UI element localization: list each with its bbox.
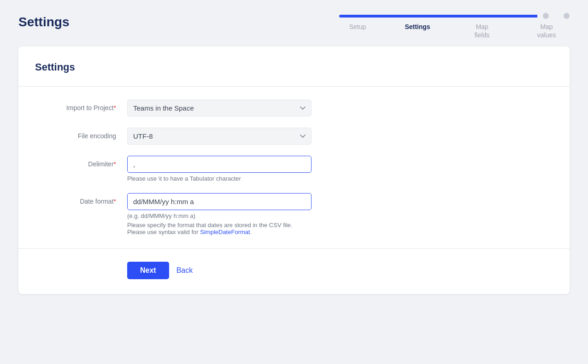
form-row-file-encoding: File encoding UTF-8 UTF-16 ISO-8859-1 Wi… <box>35 128 553 145</box>
date-format-hint-example: (e.g. dd/MMM/yy h:mm a) <box>127 212 312 219</box>
date-format-input[interactable] <box>127 193 312 210</box>
date-format-hint-main: Please specify the format that dates are… <box>127 222 312 235</box>
import-project-select[interactable]: Teams in the Space <box>127 100 312 117</box>
import-project-label: Import to Project* <box>35 100 127 112</box>
step-dot-mapvalues <box>564 13 570 19</box>
wizard-steps: Setup Settings Mapfields Mapvalues <box>339 13 570 39</box>
date-format-label: Date format* <box>35 193 127 205</box>
delimiter-hint: Please use \t to have a Tabulator charac… <box>127 175 312 182</box>
step-label-settings[interactable]: Settings <box>394 23 441 39</box>
step-label-mapvalues[interactable]: Mapvalues <box>523 23 570 39</box>
step-bar-settings <box>438 15 537 18</box>
step-labels-row: Setup Settings Mapfields Mapvalues <box>339 23 570 39</box>
date-format-wrapper: (e.g. dd/MMM/yy h:mm a) Please specify t… <box>127 193 312 235</box>
page-title: Settings <box>18 13 69 29</box>
button-row: Next Back <box>35 262 553 279</box>
settings-card: Settings Import to Project* Teams in the… <box>18 47 570 294</box>
file-encoding-select[interactable]: UTF-8 UTF-16 ISO-8859-1 Windows-1252 <box>127 128 312 145</box>
delimiter-input[interactable] <box>127 156 312 173</box>
back-button[interactable]: Back <box>176 266 193 275</box>
divider-top <box>18 86 570 87</box>
step-bar-setup <box>339 15 438 18</box>
next-button[interactable]: Next <box>127 262 169 279</box>
divider-bottom <box>18 248 570 249</box>
simple-date-format-link[interactable]: SimpleDateFormat <box>200 229 250 235</box>
main-content: Settings Import to Project* Teams in the… <box>0 47 588 364</box>
delimiter-label: Delimiter* <box>35 156 127 168</box>
file-encoding-wrapper: UTF-8 UTF-16 ISO-8859-1 Windows-1252 <box>127 128 312 145</box>
form-row-delimiter: Delimiter* Please use \t to have a Tabul… <box>35 156 553 182</box>
file-encoding-label: File encoding <box>35 128 127 140</box>
step-label-setup[interactable]: Setup <box>339 23 376 39</box>
progress-bar-row <box>339 13 570 19</box>
step-label-mapfields[interactable]: Mapfields <box>459 23 505 39</box>
form-row-date-format: Date format* (e.g. dd/MMM/yy h:mm a) Ple… <box>35 193 553 235</box>
import-project-wrapper: Teams in the Space <box>127 100 312 117</box>
step-dot-mapfields <box>543 13 549 19</box>
delimiter-wrapper: Please use \t to have a Tabulator charac… <box>127 156 312 182</box>
form-row-import-project: Import to Project* Teams in the Space <box>35 100 553 117</box>
card-title: Settings <box>35 61 553 73</box>
